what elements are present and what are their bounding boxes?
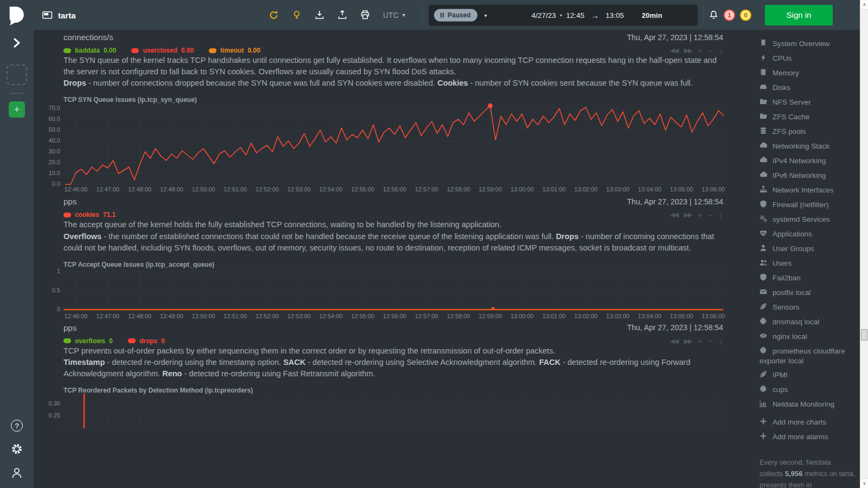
resize-icon[interactable]: ↕ — [719, 46, 724, 55]
zoom-out-icon[interactable]: − — [709, 210, 713, 220]
menu-item-network-interfaces[interactable]: Network Interfaces — [760, 185, 856, 195]
y-tick: 10.0 — [36, 170, 60, 176]
legend-swatch — [209, 48, 216, 53]
menu-item-ipmi[interactable]: IPMI — [760, 370, 856, 380]
syn-queue-chart[interactable]: 70.060.050.040.030.020.010.00.0 12:46:00… — [63, 105, 723, 194]
hostname[interactable]: tarta — [42, 10, 76, 20]
x-tick: 12:46:00 — [65, 313, 88, 319]
zoom-in-icon[interactable]: + — [698, 210, 703, 220]
menu-item-user-groups[interactable]: User Groups — [760, 244, 856, 254]
reorders-chart[interactable]: 0.300.25 — [63, 396, 723, 428]
pan-forward-icon[interactable]: ▶▶ — [684, 211, 692, 219]
pan-backward-icon[interactable]: ◀◀ — [670, 211, 678, 219]
leaf-icon — [760, 303, 768, 312]
menu-item-networking-stack[interactable]: Networking Stack — [760, 142, 856, 151]
help-icon[interactable]: ? — [11, 420, 23, 432]
page-scrollbar[interactable]: ∧ ∨ — [860, 0, 868, 488]
time-range[interactable]: 4/27/23 • 12:45 → 13:05 20min — [532, 10, 662, 20]
print-icon[interactable] — [360, 10, 370, 20]
legend-swatch — [131, 48, 139, 53]
pause-dropdown-caret-icon[interactable]: ▾ — [484, 12, 487, 18]
scroll-down-arrow-icon[interactable]: ∨ — [860, 478, 868, 488]
timezone-selector[interactable]: UTC ▾ — [383, 11, 405, 20]
zoom-in-icon[interactable]: + — [698, 46, 703, 55]
x-tick: 12:51:00 — [224, 313, 247, 319]
menu-item-label: User Groups — [773, 245, 814, 253]
netdata-logo[interactable] — [0, 5, 34, 25]
pan-backward-icon[interactable]: ◀◀ — [670, 337, 678, 345]
resize-icon[interactable]: ↕ — [719, 336, 724, 345]
bulb-icon[interactable] — [292, 10, 302, 20]
zoom-out-icon[interactable]: − — [709, 336, 713, 345]
arrow-right-icon: → — [591, 10, 599, 20]
menu-item-fail2ban[interactable]: Fail2ban — [760, 273, 856, 283]
menu-item-add-more-alarms[interactable]: Add more alarms — [760, 432, 856, 442]
legend-item-drops[interactable]: drops0 — [128, 337, 165, 345]
menu-item-label: nginx local — [773, 332, 807, 341]
add-space-button[interactable]: + — [9, 101, 25, 118]
pan-backward-icon[interactable]: ◀◀ — [670, 47, 678, 54]
pause-icon — [441, 12, 444, 17]
menu-item-prometheus-cloudflare-exporter-local[interactable]: prometheus cloudflare exporter local — [760, 346, 856, 365]
legend-item-cookies[interactable]: cookies71.1 — [63, 211, 116, 219]
range-end: 13:05 — [605, 11, 624, 19]
menu-item-netdata-monitoring[interactable]: Netdata Monitoring — [760, 400, 856, 409]
x-tick: 12:48:00 — [128, 186, 151, 192]
menu-item-label: systemd Services — [773, 215, 830, 223]
settings-gear-icon[interactable] — [10, 442, 23, 455]
download-icon[interactable] — [315, 10, 324, 20]
envelope-icon — [760, 288, 768, 298]
shield-icon — [760, 200, 768, 210]
menu-item-cpus[interactable]: CPUs — [760, 54, 856, 63]
expand-rail-chevron-icon[interactable] — [11, 37, 22, 50]
legend-item-overflows[interactable]: overflows0 — [63, 337, 113, 345]
menu-item-disks[interactable]: Disks — [760, 83, 856, 93]
bell-icon[interactable] — [709, 10, 719, 20]
menu-item-zfs-pools[interactable]: ZFS pools — [760, 127, 856, 137]
menu-item-zfs-cache[interactable]: ZFS Cache — [760, 112, 856, 122]
refresh-icon[interactable] — [269, 10, 279, 20]
menu-item-firewall-netfilter[interactable]: Firewall (netfilter) — [760, 200, 856, 210]
critical-alerts-badge[interactable]: 1 — [724, 9, 735, 21]
warning-alerts-badge[interactable]: 0 — [740, 9, 751, 21]
menu-item-label: prometheus cloudflare exporter local — [760, 347, 845, 365]
menu-item-applications[interactable]: Applications — [760, 229, 856, 239]
legend-item-userclosed[interactable]: userclosed0.00 — [131, 47, 194, 54]
menu-item-dnsmasq-local[interactable]: dnsmasq local — [760, 317, 856, 327]
sign-in-button[interactable]: Sign in — [765, 5, 833, 25]
x-tick: 13:02:00 — [575, 313, 598, 319]
pan-forward-icon[interactable]: ▶▶ — [684, 337, 692, 345]
scroll-up-arrow-icon[interactable]: ∧ — [860, 0, 868, 10]
cloud-icon — [760, 171, 768, 181]
pan-forward-icon[interactable]: ▶▶ — [684, 47, 692, 54]
menu-item-ipv6-networking[interactable]: IPv6 Networking — [760, 171, 856, 181]
scrollbar-thumb[interactable] — [861, 329, 867, 341]
menu-item-sensors[interactable]: Sensors — [760, 303, 856, 312]
legend-item-baddata[interactable]: baddata0.00 — [63, 47, 116, 54]
menu-item-memory[interactable]: Memory — [760, 68, 856, 78]
pause-button[interactable]: Paused — [434, 9, 477, 21]
menu-item-nfs-server[interactable]: NFS Server — [760, 98, 856, 107]
upload-icon[interactable] — [337, 10, 347, 20]
syn-queue-plot[interactable] — [63, 105, 723, 184]
empty-space-slot[interactable] — [7, 65, 27, 85]
menu-item-users[interactable]: Users — [760, 259, 856, 268]
resize-icon[interactable]: ↕ — [719, 210, 724, 220]
accept-queue-plot[interactable] — [63, 270, 723, 311]
menu-item-system-overview[interactable]: System Overview — [760, 39, 856, 49]
menu-item-cups[interactable]: cups — [760, 385, 856, 395]
menu-item-systemd-services[interactable]: systemd Services — [760, 215, 856, 224]
accept-queue-chart[interactable]: 10.50 12:46:0012:47:0012:48:0012:49:0012… — [63, 270, 723, 321]
menu-item-ipv4-networking[interactable]: IPv4 Networking — [760, 156, 856, 166]
rail-bottom: ? — [0, 420, 34, 479]
menu-item-add-more-charts[interactable]: Add more charts — [760, 418, 856, 427]
user-profile-icon[interactable] — [10, 466, 23, 479]
zoom-in-icon[interactable]: + — [698, 336, 703, 345]
reorders-plot[interactable] — [63, 396, 723, 428]
x-tick: 13:04:00 — [638, 186, 661, 192]
menu-item-postfix-local[interactable]: postfix local — [760, 288, 856, 298]
zoom-out-icon[interactable]: − — [709, 46, 713, 55]
legend-item-timeout[interactable]: timeout0.00 — [209, 47, 260, 54]
menu-item-nginx-local[interactable]: nginx local — [760, 332, 856, 342]
legend-swatch — [128, 338, 136, 343]
